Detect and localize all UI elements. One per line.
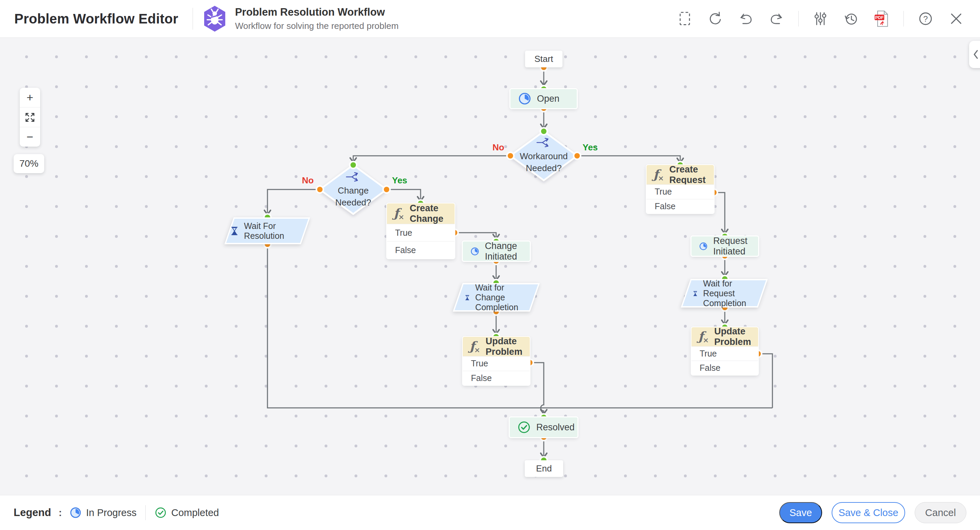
workflow-canvas[interactable] xyxy=(0,38,980,495)
branch-icon xyxy=(345,171,361,182)
input-port-dot[interactable] xyxy=(350,162,356,168)
fit-to-screen-icon xyxy=(24,111,36,123)
legend-label: Completed xyxy=(171,507,219,519)
redo-icon[interactable] xyxy=(765,8,788,30)
edge-label-yes: Yes xyxy=(582,142,613,153)
app-title: Problem Workflow Editor xyxy=(0,11,192,27)
function-icon: ƒ× xyxy=(698,330,709,344)
node-label: Create Request xyxy=(669,165,714,186)
branch-icon xyxy=(536,137,552,148)
bug-hexagon-icon xyxy=(202,5,227,32)
zoom-in-button[interactable]: + xyxy=(20,88,40,107)
legend-item-completed: Completed xyxy=(154,506,219,519)
node-label: Start xyxy=(535,54,553,64)
node-request-initiated[interactable]: Request Initiated xyxy=(692,236,758,256)
node-update-problem-change[interactable]: ƒ× Update Problem True False xyxy=(463,337,530,385)
close-icon[interactable] xyxy=(945,8,967,30)
toolbar: PDF ? xyxy=(674,8,980,30)
completed-icon xyxy=(517,421,531,434)
output-port-dot[interactable] xyxy=(508,153,513,159)
output-row-false[interactable]: False xyxy=(692,360,758,375)
edge-label-no: No xyxy=(283,175,314,186)
edge-label-no: No xyxy=(474,142,504,153)
node-label: Wait for Request Completion xyxy=(703,279,756,308)
output-port-dot[interactable] xyxy=(574,153,580,159)
output-row-false[interactable]: False xyxy=(387,241,455,259)
node-wait-for-change-completion[interactable]: Wait for Change Completion xyxy=(453,283,540,312)
save-and-close-button[interactable]: Save & Close xyxy=(832,502,905,523)
node-workaround-needed[interactable]: Workaround Needed? xyxy=(513,137,574,174)
workflow-description: Workflow for solving the reported proble… xyxy=(235,21,399,31)
node-label: Resolved xyxy=(536,422,575,433)
input-port-dot[interactable] xyxy=(541,129,546,134)
node-label: End xyxy=(536,463,552,474)
output-row-true[interactable]: True xyxy=(387,224,455,241)
legend-title: Legend xyxy=(14,506,51,519)
in-progress-icon xyxy=(699,240,708,253)
node-create-request[interactable]: ƒ× Create Request True False xyxy=(646,165,714,213)
output-row-true[interactable]: True xyxy=(646,184,714,199)
history-icon[interactable] xyxy=(840,8,862,30)
node-label: Open xyxy=(537,94,559,104)
legend-divider xyxy=(145,505,146,520)
node-change-initiated[interactable]: Change Initiated xyxy=(463,241,530,261)
function-icon: ƒ× xyxy=(394,207,404,221)
save-button[interactable]: Save xyxy=(779,502,822,523)
node-label: Change Needed? xyxy=(321,185,385,208)
completed-icon xyxy=(154,506,167,519)
expand-panel-tab[interactable] xyxy=(969,41,980,68)
zoom-level-badge[interactable]: 70% xyxy=(14,154,44,173)
svg-text:PDF: PDF xyxy=(875,15,884,20)
hourglass-icon xyxy=(693,287,698,300)
refresh-icon[interactable] xyxy=(705,8,726,30)
zoom-panel: + − xyxy=(20,88,40,147)
legend-label: In Progress xyxy=(86,507,137,519)
toolbar-divider xyxy=(904,11,904,27)
node-wait-for-request-completion[interactable]: Wait for Request Completion xyxy=(681,279,768,308)
in-progress-icon xyxy=(69,506,82,519)
output-row-true[interactable]: True xyxy=(692,346,758,360)
node-label: Update Problem xyxy=(485,337,530,357)
footer-bar: Legend : In Progress Completed Save Save… xyxy=(0,495,980,530)
chevron-left-icon xyxy=(971,49,980,60)
node-label: Create Change xyxy=(410,203,455,224)
in-progress-icon xyxy=(518,92,531,105)
settings-sliders-icon[interactable] xyxy=(810,8,831,30)
edge-label-yes: Yes xyxy=(392,175,423,186)
function-icon: ƒ× xyxy=(469,340,480,354)
hourglass-icon xyxy=(231,225,239,238)
hourglass-icon xyxy=(465,291,470,304)
legend-separator: : xyxy=(59,507,62,519)
node-update-problem-request[interactable]: ƒ× Update Problem True False xyxy=(692,327,758,375)
node-end[interactable]: End xyxy=(525,460,563,477)
node-start[interactable]: Start xyxy=(525,51,563,67)
toolbar-divider xyxy=(798,11,799,27)
node-resolved[interactable]: Resolved xyxy=(510,417,578,437)
undo-icon[interactable] xyxy=(735,8,757,30)
help-icon[interactable]: ? xyxy=(915,8,937,30)
output-row-true[interactable]: True xyxy=(463,356,530,371)
node-create-change[interactable]: ƒ× Create Change True False xyxy=(387,203,455,259)
node-label: Workaround Needed? xyxy=(513,150,574,174)
node-wait-for-resolution[interactable]: Wait For Resolution xyxy=(224,217,310,244)
header-divider xyxy=(192,8,193,30)
function-icon: ƒ× xyxy=(653,168,664,182)
node-label: Request Initiated xyxy=(713,236,758,257)
workflow-badge xyxy=(202,5,227,32)
output-row-false[interactable]: False xyxy=(463,371,530,386)
legend-item-in-progress: In Progress xyxy=(69,506,137,519)
legend: Legend : In Progress Completed xyxy=(0,505,219,520)
node-label: Update Problem xyxy=(714,327,758,348)
node-label: Change Initiated xyxy=(485,241,530,262)
marquee-select-icon[interactable] xyxy=(674,8,695,30)
header-bar: Problem Workflow Editor Problem Resoluti… xyxy=(0,0,980,38)
node-change-needed[interactable]: Change Needed? xyxy=(321,171,385,208)
in-progress-icon xyxy=(470,244,479,258)
output-row-false[interactable]: False xyxy=(646,199,714,214)
zoom-out-button[interactable]: − xyxy=(20,127,40,147)
svg-text:?: ? xyxy=(923,14,928,24)
node-open[interactable]: Open xyxy=(511,89,577,108)
cancel-button[interactable]: Cancel xyxy=(915,502,966,523)
fit-to-screen-button[interactable] xyxy=(20,107,40,127)
export-pdf-icon[interactable]: PDF xyxy=(871,8,892,30)
